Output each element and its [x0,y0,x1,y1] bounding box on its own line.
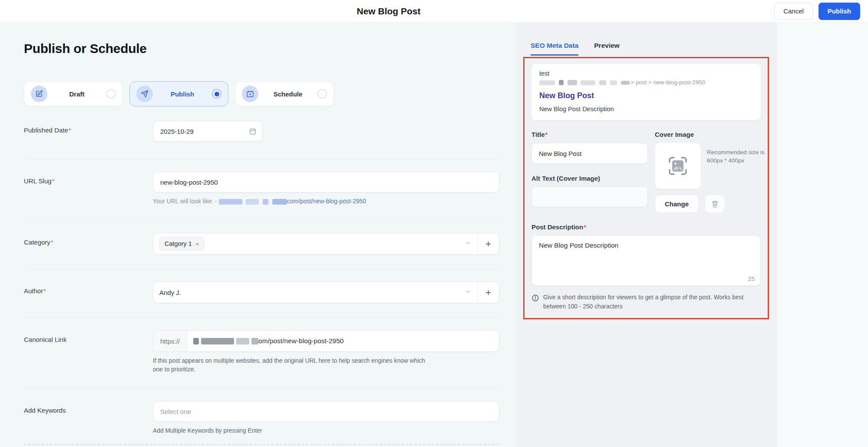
keywords-input[interactable] [153,401,499,422]
url-slug-input[interactable] [153,172,499,192]
url-slug-row: URL Slug* Your URL will look like: - com… [24,159,499,221]
status-option-schedule[interactable]: Schedule [235,81,334,106]
redacted-text [236,338,249,344]
keywords-helper-text: Add Multiple Keywords by pressing Enter [153,427,435,435]
url-preview-helper: Your URL will look like: - com/post/new-… [153,197,499,206]
canonical-link-row: Canonical Link https:// om/post/new-blog… [24,318,499,389]
post-description-label: Post Description* [531,223,586,231]
chevron-down-icon[interactable] [465,240,471,248]
redacted-text [272,199,287,205]
published-date-input[interactable] [153,121,263,142]
redacted-text [201,338,234,344]
canonical-helper-text: If this post appears on multiple website… [153,357,435,374]
add-category-button[interactable] [477,233,499,254]
cover-image-upload-box[interactable] [655,143,701,189]
status-option-label: Schedule [258,90,317,98]
cancel-button[interactable]: Cancel [774,3,813,20]
serp-breadcrumb: > post > new-blog-post-2950 [539,79,753,86]
author-row: Author* Andy J. [24,269,499,318]
redacted-text [246,199,259,205]
redacted-text [568,80,577,85]
serp-preview-card: test > post > new-blog-post-2950 New Blo… [531,64,761,120]
redacted-text [219,199,242,205]
post-description-info-text: Give a short description for viewers to … [543,293,761,311]
redacted-text [559,80,564,85]
required-mark: * [69,126,71,134]
required-mark: * [51,238,53,246]
character-count: 25 [748,275,755,282]
redacted-text [599,80,606,85]
cover-image-hint: Recommended size is 600px * 400px [707,143,768,189]
seo-tabs: SEO Meta Data Preview [531,42,769,56]
annotation-highlight-box: test > post > new-blog-post-2950 New Blo… [523,57,769,319]
publish-radio[interactable] [212,89,221,99]
redacted-text [263,199,268,205]
publish-button[interactable]: Publish [818,3,860,20]
plus-icon [485,289,492,296]
required-mark: * [52,177,55,185]
redacted-text [539,80,555,85]
keywords-row: Add Keywords Add Multiple Keywords by pr… [24,389,499,445]
required-mark: * [545,131,548,138]
status-option-label: Publish [153,90,212,98]
top-header: New Blog Post Cancel Publish [0,0,868,23]
author-select[interactable]: Andy J. [153,282,477,303]
alt-text-label: Alt Text (Cover Image) [531,175,648,182]
redacted-text [251,338,258,344]
category-select[interactable]: Catgory 1 × [153,233,477,254]
serp-title-link[interactable]: New Blog Post [539,91,753,100]
status-option-label: Draft [47,90,106,98]
canonical-link-input[interactable]: https:// om/post/new-blog-post-2950 [153,330,499,352]
alt-text-input[interactable] [531,186,648,207]
redacted-text [621,81,630,85]
status-option-publish[interactable]: Publish [129,81,228,106]
redacted-text [581,80,595,85]
background-strip [777,23,868,447]
tab-seo-meta-data[interactable]: SEO Meta Data [531,42,578,56]
draft-radio[interactable] [106,89,116,99]
chip-remove-icon[interactable]: × [195,241,199,247]
publish-settings-panel: Publish or Schedule Draft Publish [0,23,517,447]
calendar-icon[interactable] [249,127,257,135]
change-cover-button[interactable]: Change [655,195,699,213]
status-option-group: Draft Publish Schedule [24,81,499,106]
trash-icon [711,200,719,208]
section-heading: Publish or Schedule [24,41,499,56]
required-mark: * [43,287,46,295]
delete-cover-button[interactable] [705,195,725,213]
image-placeholder-icon [666,154,690,178]
protocol-prefix: https:// [153,331,187,351]
cover-image-label: Cover Image [655,131,694,138]
required-mark: * [584,223,586,231]
post-description-info: Give a short description for viewers to … [531,293,761,311]
info-icon [531,294,539,302]
category-chip: Catgory 1 × [159,237,205,251]
serp-description: New Blog Post Description [539,106,753,113]
canonical-link-label: Canonical Link [24,330,153,374]
add-author-button[interactable] [477,282,499,303]
url-slug-label: URL Slug* [24,172,153,206]
page-title: New Blog Post [0,0,777,23]
author-value: Andy J. [159,289,181,296]
category-row: Category* Catgory 1 × [24,221,499,269]
pencil-icon [31,86,47,102]
status-option-draft[interactable]: Draft [24,81,123,106]
calendar-icon [242,86,258,102]
seo-title-input[interactable] [531,143,648,164]
plus-icon [485,240,492,248]
keywords-label: Add Keywords [24,401,153,435]
redacted-text [610,80,617,85]
title-label: Title* [531,131,548,138]
post-description-textarea[interactable]: New Blog Post Description [531,235,761,286]
redacted-text [193,338,199,344]
schedule-radio[interactable] [317,89,327,99]
tab-preview[interactable]: Preview [594,42,620,56]
chevron-down-icon[interactable] [465,288,471,297]
paper-plane-icon [136,86,153,102]
published-date-label: Published Date* [24,121,153,142]
seo-sidebar: SEO Meta Data Preview test > post > new-… [517,23,777,447]
author-label: Author* [24,281,153,303]
published-date-row: Published Date* [24,106,499,159]
category-label: Category* [24,233,153,255]
serp-site-name: test [539,70,753,77]
